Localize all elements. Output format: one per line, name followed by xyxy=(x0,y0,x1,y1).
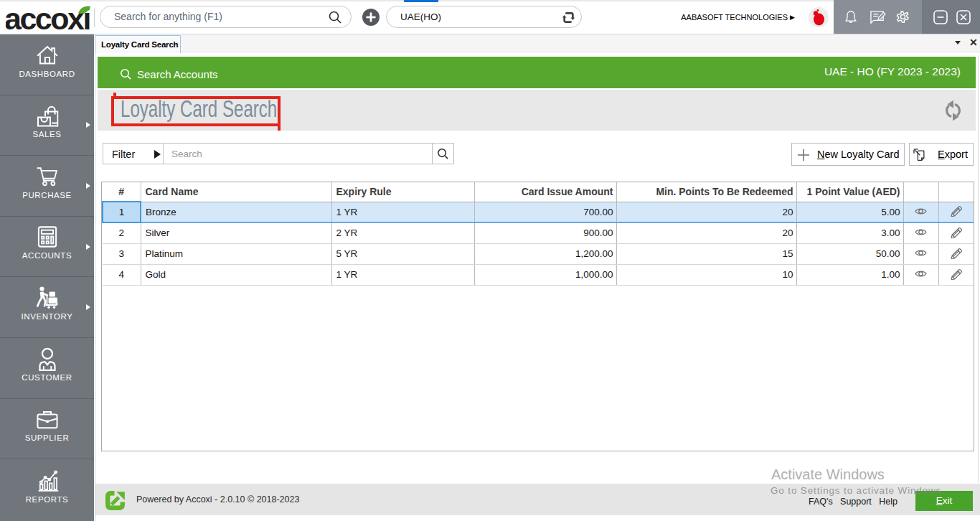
svg-text:accoxi: accoxi xyxy=(6,1,90,33)
